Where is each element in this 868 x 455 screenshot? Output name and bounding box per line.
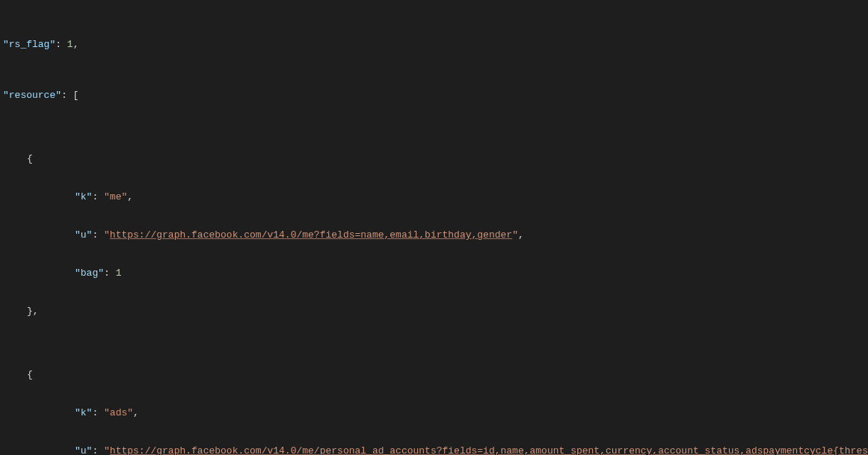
- val-k: "me": [104, 191, 127, 202]
- obj-open: {: [27, 368, 868, 381]
- url-link[interactable]: https://graph.facebook.com/v14.0/me/pers…: [110, 445, 868, 455]
- val-rs-flag: 1: [67, 39, 73, 50]
- prop-rs-flag: "rs_flag": 1,: [3, 38, 868, 51]
- prop-u: "u": "https://graph.facebook.com/v14.0/m…: [75, 229, 852, 241]
- prop-resource: "resource": [: [3, 89, 868, 102]
- key-resource: "resource": [3, 90, 61, 101]
- prop-k: "k": "ads",: [75, 406, 852, 419]
- obj-open: {: [27, 152, 868, 165]
- prop-k: "k": "me",: [75, 191, 852, 203]
- prop-bag: "bag": 1: [75, 267, 852, 279]
- prop-u: "u": "https://graph.facebook.com/v14.0/m…: [75, 445, 852, 455]
- key-rs-flag: "rs_flag": [3, 39, 55, 50]
- obj-close: },: [27, 305, 868, 318]
- json-code-block: "rs_flag": 1, "resource": [ { "k": "me",…: [0, 0, 868, 455]
- url-link[interactable]: https://graph.facebook.com/v14.0/me?fiel…: [110, 229, 512, 241]
